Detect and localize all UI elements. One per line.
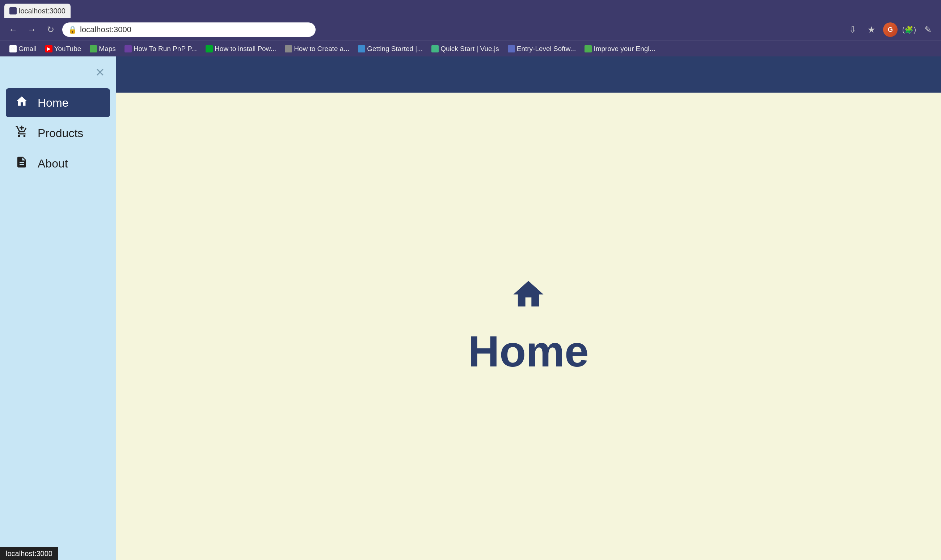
home-nav-icon [14, 95, 29, 111]
bookmark-vue[interactable]: Quick Start | Vue.js [428, 43, 503, 54]
bookmark-youtube-label: YouTube [54, 45, 82, 53]
bookmark-howto-label: How to Create a... [294, 45, 349, 53]
bookmark-pnp[interactable]: How To Run PnP P... [121, 43, 200, 54]
app-container: ✕ Home Products [0, 57, 941, 560]
bookmark-gmail-label: Gmail [18, 45, 37, 53]
sidebar-item-about-label: About [38, 157, 68, 171]
bookmark-maps[interactable]: Maps [86, 43, 119, 54]
getting-started-favicon [358, 45, 365, 52]
forward-button[interactable]: → [25, 22, 39, 37]
bookmark-entry-level[interactable]: Entry-Level Softw... [504, 43, 580, 54]
extensions-button[interactable]: (🧩) [902, 22, 916, 37]
evernote-favicon [206, 45, 213, 52]
bookmark-pnp-label: How To Run PnP P... [134, 45, 197, 53]
browser-chrome: localhost:3000 ← → ↻ 🔒 localhost:3000 ⇩ … [0, 0, 941, 57]
nav-menu: Home Products About [0, 85, 116, 181]
tab-favicon [9, 7, 17, 14]
address-text: localhost:3000 [80, 25, 131, 34]
lock-icon: 🔒 [68, 25, 77, 34]
main-content: Home [116, 57, 941, 560]
sidebar-header: ✕ [0, 57, 116, 85]
active-tab[interactable]: localhost:3000 [5, 4, 71, 18]
entry-level-favicon [508, 45, 515, 52]
download-button[interactable]: ⇩ [846, 22, 860, 37]
status-bar: localhost:3000 [0, 547, 58, 560]
browser-toolbar: ← → ↻ 🔒 localhost:3000 ⇩ ★ G (🧩) ✎ [0, 19, 941, 40]
home-large-icon [510, 276, 547, 320]
bookmark-evernote-label: How to install Pow... [215, 45, 276, 53]
bookmark-improve-label: Improve your Engl... [594, 45, 655, 53]
reload-button[interactable]: ↻ [43, 22, 58, 37]
products-nav-icon [14, 125, 29, 141]
page-title: Home [468, 326, 588, 376]
close-sidebar-button[interactable]: ✕ [92, 65, 107, 80]
sidebar-item-home-label: Home [38, 96, 68, 109]
pnp-favicon [125, 45, 132, 52]
home-display: Home [468, 276, 588, 376]
bookmark-gmail[interactable]: G Gmail [6, 43, 40, 54]
sidebar-item-home[interactable]: Home [6, 88, 110, 117]
bookmark-vue-label: Quick Start | Vue.js [440, 45, 499, 53]
howto-favicon [285, 45, 292, 52]
content-area: Home [116, 92, 941, 560]
youtube-favicon: ▶ [45, 45, 52, 52]
tab-label: localhost:3000 [19, 7, 66, 15]
bookmark-star-button[interactable]: ★ [864, 22, 879, 37]
top-bar [116, 57, 941, 92]
browser-tabs: localhost:3000 [0, 0, 941, 19]
profile-avatar[interactable]: G [883, 22, 898, 37]
toolbar-right: ⇩ ★ G (🧩) ✎ [846, 22, 935, 37]
bookmarks-bar: G Gmail ▶ YouTube Maps How To Run PnP P.… [0, 40, 941, 57]
bookmark-youtube[interactable]: ▶ YouTube [42, 43, 85, 54]
gmail-favicon: G [9, 45, 17, 52]
sidebar-item-about[interactable]: About [6, 149, 110, 178]
about-nav-icon [14, 155, 29, 171]
bookmark-improve[interactable]: Improve your Engl... [581, 43, 659, 54]
bookmark-getting-started-label: Getting Started |... [367, 45, 423, 53]
sidebar-item-products[interactable]: Products [6, 118, 110, 148]
vue-favicon [431, 45, 439, 52]
address-bar[interactable]: 🔒 localhost:3000 [62, 22, 316, 37]
back-button[interactable]: ← [6, 22, 20, 37]
status-bar-text: localhost:3000 [6, 549, 52, 558]
menu-button[interactable]: ✎ [921, 22, 935, 37]
bookmark-evernote[interactable]: How to install Pow... [202, 43, 280, 54]
bookmark-entry-level-label: Entry-Level Softw... [517, 45, 576, 53]
bookmark-howto[interactable]: How to Create a... [281, 43, 353, 54]
bookmark-maps-label: Maps [99, 45, 116, 53]
improve-favicon [585, 45, 592, 52]
maps-favicon [90, 45, 97, 52]
bookmark-getting-started[interactable]: Getting Started |... [354, 43, 427, 54]
sidebar-item-products-label: Products [38, 127, 83, 140]
sidebar: ✕ Home Products [0, 57, 116, 560]
